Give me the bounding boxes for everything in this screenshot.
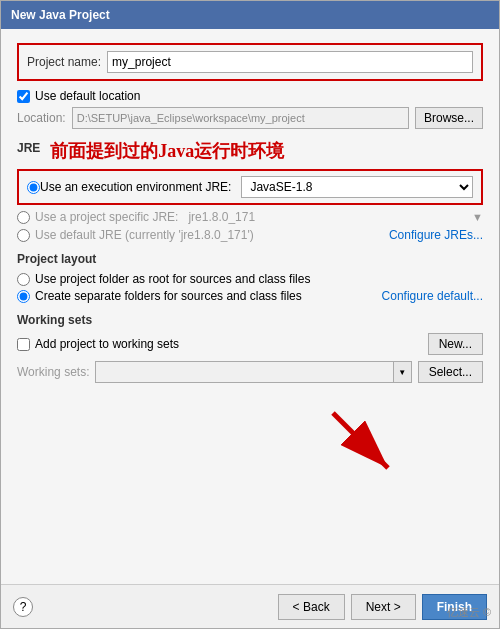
new-working-set-button[interactable]: New... bbox=[428, 333, 483, 355]
project-name-section: Project name: bbox=[17, 43, 483, 81]
use-default-location-checkbox[interactable] bbox=[17, 90, 30, 103]
jre-header-row: JRE 前面提到过的Java运行时环境 bbox=[17, 139, 483, 163]
browse-button[interactable]: Browse... bbox=[415, 107, 483, 129]
project-layout-label: Project layout bbox=[17, 252, 483, 266]
add-to-working-sets-row: Add project to working sets New... bbox=[17, 333, 483, 355]
dialog-content: Project name: Use default location Locat… bbox=[1, 29, 499, 584]
add-to-working-sets-checkbox[interactable] bbox=[17, 338, 30, 351]
working-sets-section: Working sets Add project to working sets… bbox=[17, 313, 483, 383]
jre-annotation: 前面提到过的Java运行时环境 bbox=[50, 139, 284, 163]
back-button[interactable]: < Back bbox=[278, 594, 345, 620]
footer-left: ? bbox=[13, 597, 33, 617]
dialog-header: New Java Project bbox=[1, 1, 499, 29]
jre-option2-label: Use a project specific JRE: bbox=[35, 210, 178, 224]
jre-option1-box: Use an execution environment JRE: JavaSE… bbox=[17, 169, 483, 205]
location-input[interactable] bbox=[72, 107, 409, 129]
working-sets-dropdown[interactable]: ▼ bbox=[394, 361, 412, 383]
select-working-set-button[interactable]: Select... bbox=[418, 361, 483, 383]
configure-jres-link[interactable]: Configure JREs... bbox=[389, 228, 483, 242]
jre-option3-row: Use default JRE (currently 'jre1.8.0_171… bbox=[17, 228, 483, 242]
jre-option1-row: Use an execution environment JRE: JavaSE… bbox=[27, 176, 473, 198]
location-row: Location: Browse... bbox=[17, 107, 483, 129]
use-default-location-label: Use default location bbox=[35, 89, 140, 103]
jre-option3-radio[interactable] bbox=[17, 229, 30, 242]
jre-section-label: JRE bbox=[17, 141, 40, 155]
layout-option1-row: Use project folder as root for sources a… bbox=[17, 272, 483, 286]
use-default-location-row: Use default location bbox=[17, 89, 483, 103]
jre-option2-row: Use a project specific JRE: jre1.8.0_171… bbox=[17, 210, 483, 224]
watermark: 亿速云 © bbox=[447, 605, 491, 620]
layout-option1-label: Use project folder as root for sources a… bbox=[35, 272, 310, 286]
help-button[interactable]: ? bbox=[13, 597, 33, 617]
location-label: Location: bbox=[17, 111, 66, 125]
layout-option2-row: Create separate folders for sources and … bbox=[17, 289, 483, 303]
next-button[interactable]: Next > bbox=[351, 594, 416, 620]
jre-section: JRE 前面提到过的Java运行时环境 Use an execution env… bbox=[17, 139, 483, 242]
jre-option2-value: jre1.8.0_171 bbox=[188, 210, 330, 224]
project-layout-section: Project layout Use project folder as roo… bbox=[17, 252, 483, 303]
new-java-project-dialog: New Java Project Project name: Use defau… bbox=[0, 0, 500, 629]
working-sets-field-label: Working sets: bbox=[17, 365, 89, 379]
configure-default-link[interactable]: Configure default... bbox=[382, 289, 483, 303]
jre-option3-label: Use default JRE (currently 'jre1.8.0_171… bbox=[35, 228, 254, 242]
working-sets-input[interactable] bbox=[95, 361, 393, 383]
svg-line-1 bbox=[333, 413, 388, 468]
working-sets-input-row: Working sets: ▼ Select... bbox=[17, 361, 483, 383]
project-name-row: Project name: bbox=[27, 51, 473, 73]
jre-option2-radio[interactable] bbox=[17, 211, 30, 224]
jre-option1-label: Use an execution environment JRE: bbox=[40, 180, 231, 194]
arrow-annotation bbox=[17, 383, 483, 483]
project-name-label: Project name: bbox=[27, 55, 101, 69]
dialog-footer: ? < Back Next > Finish 亿速云 © bbox=[1, 584, 499, 628]
jre-environment-select[interactable]: JavaSE-1.8 bbox=[241, 176, 473, 198]
add-to-working-sets-label: Add project to working sets bbox=[35, 337, 179, 351]
dialog-title: New Java Project bbox=[11, 8, 110, 22]
red-arrow-icon bbox=[323, 403, 403, 483]
project-name-input[interactable] bbox=[107, 51, 473, 73]
layout-option1-radio[interactable] bbox=[17, 273, 30, 286]
layout-option2-label: Create separate folders for sources and … bbox=[35, 289, 302, 303]
layout-option2-radio[interactable] bbox=[17, 290, 30, 303]
jre-option1-radio[interactable] bbox=[27, 181, 40, 194]
working-sets-label: Working sets bbox=[17, 313, 483, 327]
